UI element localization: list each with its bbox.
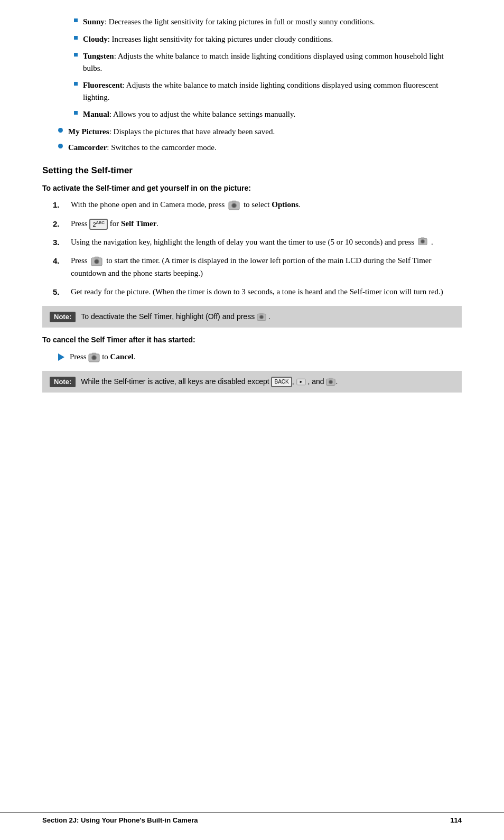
term-sunny: Sunny: [83, 17, 105, 26]
note-2: Note: While the Self-timer is active, al…: [42, 371, 462, 393]
list-item-manual: Manual: Allows you to adjust the white b…: [74, 108, 462, 120]
term-fluorescent: Fluorescent: [83, 81, 123, 89]
svg-rect-15: [260, 313, 264, 314]
desc-manual: : Allows you to adjust the white balance…: [109, 110, 295, 118]
svg-point-6: [421, 240, 424, 244]
page-footer: Section 2J: Using Your Phone's Built-in …: [0, 813, 504, 824]
term-tungsten: Tungsten: [83, 52, 114, 60]
self-timer-label: Self Timer: [121, 219, 156, 228]
step-2: 2. Press 2ABC for Self Timer.: [53, 218, 462, 230]
list-item-tungsten: Tungsten: Adjusts the white balance to m…: [74, 50, 462, 74]
list-item-camcorder: Camcorder: Switches to the camcorder mod…: [58, 142, 462, 154]
term-my-pictures: My Pictures: [68, 127, 109, 136]
back-key-icon: BACK: [271, 377, 292, 388]
step-4: 4. Press to start the timer. (A timer is…: [53, 255, 462, 279]
bullet-icon: [74, 82, 78, 86]
subheading-cancel: To cancel the Self Timer after it has st…: [42, 335, 462, 346]
camera-button-icon-4: [91, 256, 102, 267]
bullet-icon: [74, 111, 78, 115]
list-item-cloudy: Cloudy: Increases light sensitivity for …: [74, 33, 462, 45]
desc-tungsten: : Adjusts the white balance to match ins…: [83, 52, 444, 72]
svg-rect-3: [232, 201, 236, 202]
footer-right: 114: [450, 816, 462, 824]
term-camcorder: Camcorder: [68, 143, 107, 152]
key-2abc-icon: 2ABC: [89, 219, 108, 230]
desc-sunny: : Decreases the light sensitivity for ta…: [105, 17, 375, 26]
step-1: 1. With the phone open and in Camera mod…: [53, 199, 462, 211]
list-item-fluorescent: Fluorescent: Adjusts the white balance t…: [74, 79, 462, 103]
camera-button-note2: [326, 377, 335, 387]
key2-icon: ►: [296, 377, 308, 386]
steps-list: 1. With the phone open and in Camera mod…: [53, 199, 462, 298]
camera-options-list: My Pictures: Displays the pictures that …: [58, 126, 462, 154]
bullet-icon: [74, 53, 78, 57]
bullet-icon: [74, 18, 78, 22]
desc-cloudy: : Increases light sensitivity for taking…: [108, 35, 333, 43]
bullet-icon: [74, 36, 78, 40]
step-3: 3. Using the navigation key, highlight t…: [53, 236, 462, 249]
cancel-action: Press to Cancel.: [58, 351, 462, 363]
desc-my-pictures: : Displays the pictures that have alread…: [109, 127, 275, 136]
bullet-circle-icon: [58, 144, 63, 148]
subheading-activate: To activate the Self-timer and get yours…: [42, 183, 462, 194]
term-manual: Manual: [83, 110, 109, 118]
white-balance-list: Sunny: Decreases the light sensitivity f…: [74, 16, 462, 120]
desc-fluorescent: : Adjusts the white balance to match ins…: [83, 81, 438, 101]
svg-point-14: [260, 315, 263, 319]
step-5: 5. Get ready for the picture. (When the …: [53, 286, 462, 298]
svg-point-10: [95, 260, 99, 264]
note-1: Note: To deactivate the Self Timer, high…: [42, 306, 462, 328]
note-label-2: Note:: [50, 377, 76, 388]
svg-rect-25: [329, 378, 333, 379]
list-item-sunny: Sunny: Decreases the light sensitivity f…: [74, 16, 462, 28]
note-1-text: To deactivate the Self Timer, highlight …: [81, 311, 270, 322]
triangle-bullet-icon: [58, 353, 64, 361]
section-heading-self-timer: Setting the Self-timer: [42, 165, 462, 176]
svg-rect-7: [421, 238, 425, 239]
term-cloudy: Cloudy: [83, 35, 108, 43]
camera-button-cancel: [88, 352, 102, 361]
bullet-circle-icon: [58, 128, 63, 133]
svg-point-18: [92, 356, 96, 359]
footer-left: Section 2J: Using Your Phone's Built-in …: [42, 816, 198, 824]
camera-button-icon-1: [228, 200, 240, 211]
camera-button-note1: [257, 312, 268, 321]
svg-point-24: [330, 380, 333, 384]
svg-rect-19: [92, 353, 96, 354]
list-item-my-pictures: My Pictures: Displays the pictures that …: [58, 126, 462, 138]
cancel-label: Cancel: [110, 352, 134, 361]
options-label: Options: [272, 200, 298, 209]
note-2-text: While the Self-timer is active, all keys…: [81, 376, 338, 388]
camera-button-icon-3: [418, 237, 430, 248]
note-label-1: Note:: [50, 312, 76, 323]
svg-rect-11: [95, 257, 99, 258]
svg-point-2: [232, 203, 236, 207]
desc-camcorder: : Switches to the camcorder mode.: [107, 143, 216, 152]
svg-text:►: ►: [299, 379, 303, 384]
